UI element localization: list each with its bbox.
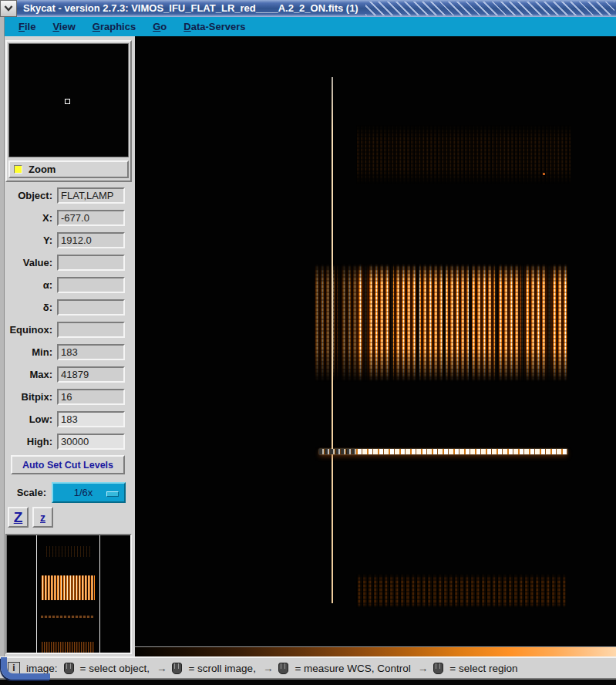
pan-thumbnail-bright-band (41, 575, 95, 600)
pan-region-left-edge[interactable] (36, 535, 37, 653)
field-row: Y: 1912.0 (5, 229, 135, 251)
colorbar[interactable] (135, 646, 616, 656)
field-row: Bitpix: 16 (5, 386, 135, 408)
ra-field[interactable] (57, 277, 125, 293)
zoom-view-canvas[interactable] (8, 43, 129, 157)
min-field[interactable]: 183 (57, 344, 125, 360)
title-bar[interactable]: Skycat - version 2.7.3: VIMOS_IFU_FLAT_L… (0, 0, 616, 17)
field-row: Value: (5, 251, 135, 274)
max-label: Max: (9, 369, 52, 380)
field-row: δ: (5, 296, 135, 319)
low-field[interactable]: 183 (57, 411, 125, 427)
image-info-fields: Object: FLAT,LAMP X: -677.0 Y: 1912.0 Va… (5, 184, 135, 453)
status-scroll-image: = scroll image, (188, 663, 255, 674)
zoom-indicator-light (14, 165, 22, 174)
dec-field[interactable] (57, 299, 125, 316)
image-canvas[interactable] (135, 36, 616, 646)
mouse-button3-icon (278, 663, 288, 674)
status-measure-wcs: = measure WCS, Control (295, 663, 410, 674)
window-title: Skycat - version 2.7.3: VIMOS_IFU_FLAT_L… (23, 2, 358, 14)
control-panel: Zoom Object: FLAT,LAMP X: -677.0 Y: 1912… (5, 36, 135, 656)
titlebar-stripes (365, 2, 614, 15)
spectral-band-faint-upper (356, 125, 571, 184)
scale-dropdown[interactable]: 1/6x (52, 482, 126, 503)
low-label: Low: (9, 413, 52, 425)
zoom-in-button[interactable]: Z (8, 507, 29, 528)
min-label: Min: (9, 346, 52, 358)
window-resize-corner[interactable] (1, 657, 50, 680)
bitpix-label: Bitpix: (9, 391, 52, 403)
equinox-field[interactable] (57, 322, 125, 338)
x-field[interactable]: -677.0 (57, 210, 125, 226)
menu-view[interactable]: View (52, 21, 75, 32)
value-field[interactable] (57, 255, 125, 271)
zoom-out-button[interactable]: z (32, 507, 53, 528)
zoom-buttons: Z z (8, 507, 53, 528)
pan-thumbnail-faint-band (44, 546, 92, 557)
object-label: Object: (9, 190, 52, 201)
zoom-toggle[interactable]: Zoom (8, 160, 129, 178)
spectral-band-faint-lower (356, 574, 566, 608)
pan-frame (5, 534, 132, 654)
y-field[interactable]: 1912.0 (57, 232, 125, 248)
drag-arrow-icon: → (418, 663, 428, 674)
vertical-slit-line (332, 77, 333, 603)
menu-file[interactable]: File (19, 21, 35, 32)
field-row: High: 30000 (5, 430, 135, 453)
high-field[interactable]: 30000 (57, 434, 125, 450)
menu-go[interactable]: Go (153, 21, 167, 32)
field-row: Object: FLAT,LAMP (5, 184, 135, 207)
window-bottom-edge (0, 680, 616, 685)
field-row: Low: 183 (5, 408, 135, 430)
chevron-down-icon (4, 5, 13, 12)
status-bar: i image: = select object, → = scroll ima… (0, 656, 616, 680)
scale-row: Scale: 1/6x (5, 481, 135, 503)
skycat-window: Skycat - version 2.7.3: VIMOS_IFU_FLAT_L… (0, 0, 616, 685)
high-label: High: (9, 436, 52, 447)
zoom-frame: Zoom (5, 40, 132, 182)
zoom-marker-rect (65, 99, 70, 104)
mouse-button2-icon (172, 663, 182, 674)
field-row: α: (5, 274, 135, 296)
object-field[interactable]: FLAT,LAMP (57, 187, 125, 204)
x-label: X: (9, 212, 52, 224)
y-label: Y: (9, 235, 52, 246)
field-row: Min: 183 (5, 341, 135, 363)
field-row: Equinox: (5, 319, 135, 341)
pan-thumbnail-emission-line (41, 616, 93, 618)
bright-emission-line (319, 449, 567, 454)
equinox-label: Equinox: (9, 324, 52, 336)
scale-value: 1/6x (74, 487, 93, 498)
status-select-object: = select object, (80, 663, 150, 674)
pan-thumbnail-bottom-band (41, 642, 95, 653)
field-row: Max: 41879 (5, 363, 135, 386)
pan-window[interactable] (7, 535, 130, 653)
menubutton-indicator (106, 491, 119, 497)
hot-pixel-dot (543, 173, 545, 175)
zoom-toggle-label: Zoom (29, 164, 56, 175)
ra-label: α: (9, 279, 52, 291)
title-area: Skycat - version 2.7.3: VIMOS_IFU_FLAT_L… (17, 0, 616, 17)
menu-data-servers[interactable]: Data-Servers (183, 21, 245, 32)
status-select-region: = select region (449, 663, 517, 674)
spectral-band-bright (315, 264, 567, 382)
window-menu-button[interactable] (0, 0, 17, 17)
bitpix-field[interactable]: 16 (57, 389, 125, 405)
value-label: Value: (9, 257, 52, 268)
dec-label: δ: (9, 302, 52, 313)
max-field[interactable]: 41879 (57, 366, 125, 383)
pan-region-right-edge[interactable] (99, 535, 100, 653)
drag-arrow-icon: → (157, 663, 167, 674)
drag-arrow-icon: → (263, 663, 273, 674)
menu-graphics[interactable]: Graphics (93, 21, 136, 32)
menu-bar: File View Graphics Go Data-Servers (5, 17, 616, 36)
field-row: X: -677.0 (5, 207, 135, 229)
mouse-control-icon (433, 663, 443, 674)
auto-set-cut-levels-button[interactable]: Auto Set Cut Levels (11, 455, 125, 474)
scale-label: Scale: (5, 487, 46, 498)
mouse-button1-icon (64, 663, 74, 674)
